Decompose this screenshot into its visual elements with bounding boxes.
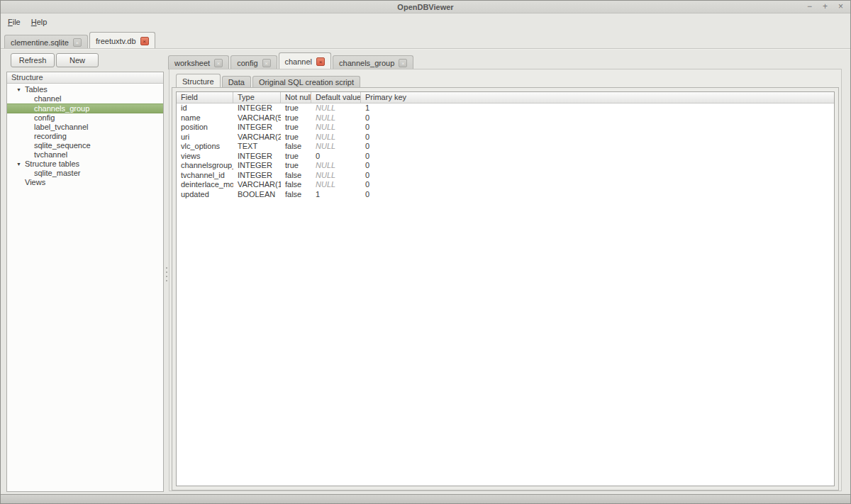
tree-item-structure-tables[interactable]: ▼Structure tables <box>7 159 163 169</box>
close-tab-icon[interactable]: × <box>214 59 223 67</box>
subtab-data[interactable]: Data <box>222 76 251 88</box>
new-button[interactable]: New <box>56 53 99 67</box>
close-tab-icon[interactable]: × <box>399 59 407 67</box>
db-tab-freetuxtv-db[interactable]: freetuxtv.db× <box>89 32 155 49</box>
cell: INTEGER <box>233 123 281 133</box>
menu-item-help[interactable]: Help <box>31 18 48 26</box>
window-controls: − + × <box>807 1 843 13</box>
cell: channelsgroup_id <box>177 161 233 171</box>
structure-table-header: FieldTypeNot nullDefault valuePrimary ke… <box>177 92 834 103</box>
table-row-id[interactable]: idINTEGERtrueNULL1 <box>177 103 834 113</box>
structure-table: FieldTypeNot nullDefault valuePrimary ke… <box>176 91 835 486</box>
cell: true <box>281 161 311 171</box>
tree-item-label: channels_group <box>7 104 163 113</box>
cell: position <box>177 123 233 133</box>
table-row-name[interactable]: nameVARCHAR(50)trueNULL0 <box>177 113 834 123</box>
tree-item-label-tvchannel[interactable]: label_tvchannel <box>7 123 163 132</box>
cell: INTEGER <box>233 152 281 162</box>
cell: id <box>177 103 233 113</box>
tree-item-sqlite-master[interactable]: sqlite_master <box>7 169 163 178</box>
close-tab-icon[interactable]: × <box>73 38 82 47</box>
cell: BOOLEAN <box>233 190 281 200</box>
subtab-label: Data <box>228 78 245 86</box>
cell: INTEGER <box>233 171 281 181</box>
table-tab-channels-group[interactable]: channels_group× <box>333 55 413 69</box>
tree-item-label: config <box>7 113 163 123</box>
cell: 0 <box>311 152 361 162</box>
sidebar-header[interactable]: Structure <box>7 72 163 84</box>
tree-item-label: channel <box>7 94 163 103</box>
structure-sidebar: Structure ▼Tableschannelchannels_groupco… <box>6 72 164 492</box>
tree-item-sqlite-sequence[interactable]: sqlite_sequence <box>7 141 163 150</box>
structure-subtab-bar: StructureDataOriginal SQL creation scrip… <box>176 74 362 88</box>
cell: deinterlace_mode <box>177 180 233 190</box>
window-title: OpenDBViewer <box>1 1 850 13</box>
table-row-tvchannel-id[interactable]: tvchannel_idINTEGERfalseNULL0 <box>177 171 834 181</box>
cell: 1 <box>361 103 834 113</box>
chevron-down-icon[interactable]: ▼ <box>16 85 21 94</box>
tree-item-label: recording <box>7 132 163 141</box>
cell: INTEGER <box>233 103 281 113</box>
cell: NULL <box>311 161 361 171</box>
menu-item-file[interactable]: File <box>8 18 21 26</box>
table-row-views[interactable]: viewsINTEGERtrue00 <box>177 152 834 162</box>
cell: 0 <box>361 171 834 181</box>
structure-table-body: idINTEGERtrueNULL1nameVARCHAR(50)trueNUL… <box>177 103 834 199</box>
minimize-icon[interactable]: − <box>807 1 812 13</box>
table-row-deinterlace-mode[interactable]: deinterlace_modeVARCHAR(15)falseNULL0 <box>177 180 834 190</box>
tree-item-label: Tables <box>7 85 163 94</box>
cell: INTEGER <box>233 161 281 171</box>
column-header-field[interactable]: Field <box>177 92 233 103</box>
table-row-uri[interactable]: uriVARCHAR(255)trueNULL0 <box>177 133 834 142</box>
column-header-type[interactable]: Type <box>233 92 281 103</box>
table-row-updated[interactable]: updatedBOOLEANfalse10 <box>177 190 834 200</box>
close-tab-icon[interactable]: × <box>262 59 271 67</box>
tree-item-tables[interactable]: ▼Tables <box>7 85 163 94</box>
close-tab-icon[interactable]: × <box>316 57 325 66</box>
titlebar: OpenDBViewer − + × <box>1 1 850 13</box>
cell: updated <box>177 190 233 200</box>
table-tab-channel[interactable]: channel× <box>279 52 332 69</box>
column-header-not-null[interactable]: Not null <box>281 92 311 103</box>
cell: true <box>281 152 311 162</box>
cell: VARCHAR(15) <box>233 180 281 190</box>
cell: vlc_options <box>177 142 233 152</box>
structure-tree: ▼Tableschannelchannels_groupconfiglabel_… <box>7 84 163 187</box>
table-tab-config[interactable]: config× <box>230 55 277 69</box>
cell: 0 <box>361 180 834 190</box>
table-tab-label: worksheet <box>174 59 210 67</box>
splitter-grip-icon <box>166 267 167 284</box>
cell: VARCHAR(255) <box>233 133 281 142</box>
tree-item-channels-group[interactable]: channels_group <box>7 103 163 113</box>
tree-item-recording[interactable]: recording <box>7 132 163 141</box>
table-row-position[interactable]: positionINTEGERtrueNULL0 <box>177 123 834 133</box>
table-row-vlc-options[interactable]: vlc_optionsTEXTfalseNULL0 <box>177 142 834 152</box>
tree-item-tvchannel[interactable]: tvchannel <box>7 150 163 159</box>
close-icon[interactable]: × <box>838 1 843 13</box>
window-bottom-edge <box>1 494 850 503</box>
chevron-down-icon[interactable]: ▼ <box>16 159 21 169</box>
subtab-structure[interactable]: Structure <box>176 74 221 88</box>
notebook-edge-highlight <box>1 49 850 50</box>
table-tab-bar: worksheet×config×channel×channels_group× <box>168 52 415 69</box>
cell: 0 <box>361 142 834 152</box>
tree-item-views[interactable]: Views <box>7 178 163 187</box>
cell: uri <box>177 133 233 142</box>
table-tab-worksheet[interactable]: worksheet× <box>168 55 229 69</box>
cell: false <box>281 142 311 152</box>
db-tab-clementine-sqlite[interactable]: clementine.sqlite× <box>4 35 88 49</box>
tree-item-label: Views <box>7 178 163 187</box>
cell: true <box>281 123 311 133</box>
db-tab-label: freetuxtv.db <box>96 37 136 45</box>
close-tab-icon[interactable]: × <box>140 37 149 45</box>
column-header-primary-key[interactable]: Primary key <box>361 92 834 103</box>
cell: 0 <box>361 113 834 123</box>
tree-item-channel[interactable]: channel <box>7 94 163 103</box>
subtab-original-sql-creation-script[interactable]: Original SQL creation script <box>252 76 360 88</box>
maximize-icon[interactable]: + <box>823 1 828 13</box>
refresh-button[interactable]: Refresh <box>11 53 55 67</box>
column-header-default-value[interactable]: Default value <box>311 92 361 103</box>
subtab-label: Structure <box>182 77 214 86</box>
tree-item-config[interactable]: config <box>7 113 163 123</box>
table-row-channelsgroup-id[interactable]: channelsgroup_idINTEGERtrueNULL0 <box>177 161 834 171</box>
